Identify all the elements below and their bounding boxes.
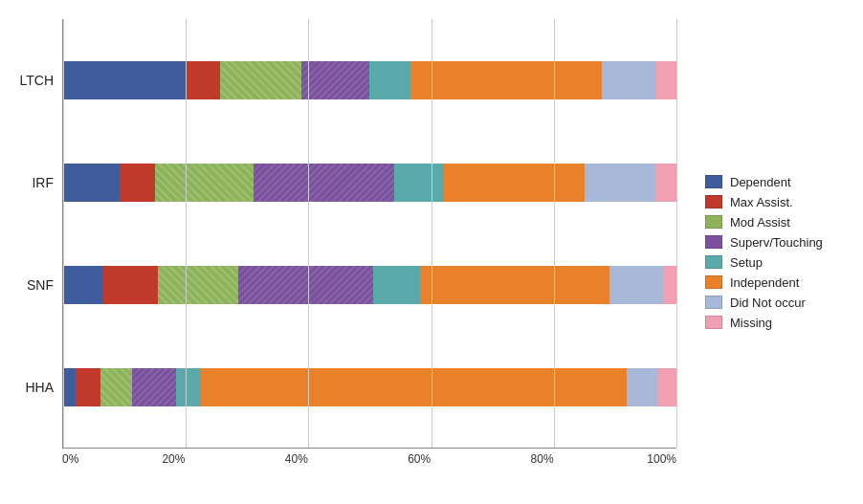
bar-segment-setup <box>373 266 420 304</box>
bar-segment-modAssist <box>100 368 132 406</box>
bar-segment-supervTouching <box>254 164 394 202</box>
bar-label: LTCH <box>11 73 63 88</box>
bar-segment-missing <box>656 61 676 99</box>
bar-label: IRF <box>11 175 63 190</box>
bar-stack <box>63 61 676 99</box>
bar-segment-dependent <box>63 61 186 99</box>
legend: DependentMax Assist.Mod AssistSuperv/Tou… <box>686 19 853 466</box>
bar-row: IRF <box>63 158 676 208</box>
legend-label-dependent: Dependent <box>730 175 791 189</box>
bar-segment-independent <box>420 266 609 304</box>
bar-segment-setup <box>394 164 444 202</box>
bar-segment-missing <box>655 164 676 202</box>
bar-segment-supervTouching <box>132 368 176 406</box>
x-axis-labels: 0%20%40%60%80%100% <box>62 449 676 466</box>
legend-swatch-missing <box>705 316 722 329</box>
bar-segment-didNotOccur <box>585 164 655 202</box>
bar-label: HHA <box>11 380 63 395</box>
bar-segment-setup <box>369 61 410 99</box>
legend-item-dependent: Dependent <box>705 175 853 189</box>
bar-row: HHA <box>63 362 676 412</box>
bar-segment-missing <box>657 368 676 406</box>
legend-swatch-maxAssist <box>705 195 722 208</box>
chart-area: LTCHIRFSNFHHA 0%20%40%60%80%100% <box>10 19 686 466</box>
bar-segment-independent <box>444 164 585 202</box>
legend-item-modAssist: Mod Assist <box>705 215 853 230</box>
bar-segment-dependent <box>63 266 103 304</box>
legend-item-independent: Independent <box>705 275 853 290</box>
bar-segment-maxAssist <box>186 61 220 99</box>
bar-segment-maxAssist <box>103 266 157 304</box>
bar-segment-setup <box>176 368 201 406</box>
bar-segment-independent <box>201 368 627 406</box>
legend-label-missing: Missing <box>730 316 772 330</box>
bar-segment-didNotOccur <box>609 266 663 304</box>
bar-row: SNF <box>63 260 676 310</box>
legend-label-maxAssist: Max Assist. <box>730 195 793 209</box>
legend-label-setup: Setup <box>730 255 763 270</box>
chart-container: LTCHIRFSNFHHA 0%20%40%60%80%100% Depende… <box>0 0 863 504</box>
bar-segment-independent <box>410 61 601 99</box>
legend-item-missing: Missing <box>705 316 853 330</box>
legend-item-supervTouching: Superv/Touching <box>705 235 853 250</box>
x-axis-label: 60% <box>308 452 431 466</box>
bar-segment-missing <box>663 266 676 304</box>
legend-swatch-independent <box>705 275 722 289</box>
legend-swatch-modAssist <box>705 215 722 229</box>
x-axis-label: 80% <box>431 452 553 466</box>
legend-swatch-supervTouching <box>705 235 722 249</box>
x-axis-label: 40% <box>185 452 307 466</box>
bar-stack <box>63 164 676 202</box>
legend-label-didNotOccur: Did Not occur <box>730 296 806 310</box>
legend-item-maxAssist: Max Assist. <box>705 195 853 209</box>
bar-segment-dependent <box>63 164 120 202</box>
bar-segment-didNotOccur <box>627 368 658 406</box>
x-axis-label: 100% <box>554 452 676 466</box>
legend-swatch-setup <box>705 255 722 269</box>
bar-segment-supervTouching <box>238 266 373 304</box>
bar-segment-supervTouching <box>301 61 369 99</box>
bar-segment-modAssist <box>155 164 254 202</box>
legend-swatch-dependent <box>705 175 722 188</box>
bars-section: LTCHIRFSNFHHA <box>62 19 676 449</box>
bar-segment-didNotOccur <box>602 61 656 99</box>
bar-segment-maxAssist <box>120 164 155 202</box>
bar-row: LTCH <box>63 55 676 105</box>
bar-segment-modAssist <box>220 61 301 99</box>
legend-item-setup: Setup <box>705 255 853 270</box>
legend-label-independent: Independent <box>730 275 799 290</box>
legend-item-didNotOccur: Did Not occur <box>705 296 853 310</box>
bar-stack <box>63 368 676 406</box>
legend-swatch-didNotOccur <box>705 296 722 309</box>
bar-segment-dependent <box>63 368 76 406</box>
bar-segment-maxAssist <box>76 368 100 406</box>
legend-label-modAssist: Mod Assist <box>730 215 790 230</box>
bar-segment-modAssist <box>158 266 239 304</box>
x-axis-label: 20% <box>62 452 185 466</box>
legend-label-supervTouching: Superv/Touching <box>730 235 823 250</box>
bar-stack <box>63 266 676 304</box>
bar-label: SNF <box>11 277 63 293</box>
